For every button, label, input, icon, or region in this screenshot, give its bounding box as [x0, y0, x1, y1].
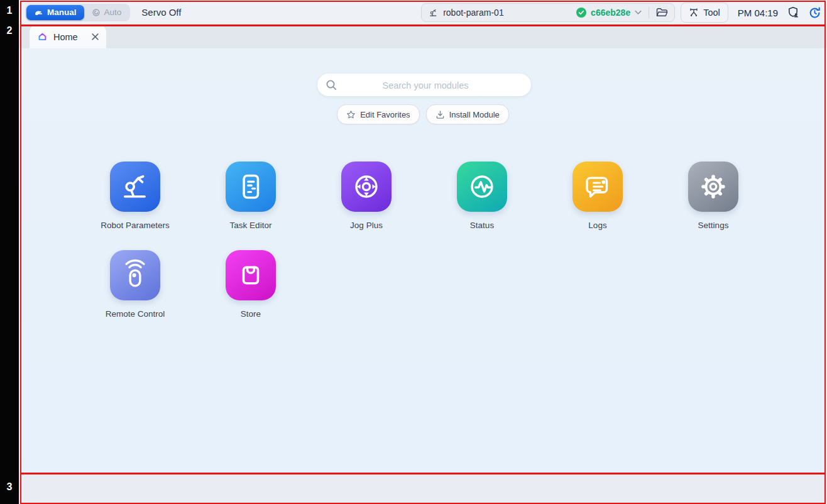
task-document-icon: [233, 168, 269, 205]
tool-label: Tool: [703, 8, 720, 18]
auto-mode-button[interactable]: Auto: [84, 5, 129, 20]
param-file-name: robot-param-01: [443, 8, 504, 18]
module-label: Logs: [588, 221, 606, 230]
module-logs[interactable]: Logs: [547, 162, 648, 230]
divider: [649, 7, 649, 18]
som-mark-1: 1: [0, 5, 19, 16]
logs-tile[interactable]: [572, 162, 623, 212]
edit-favorites-label: Edit Favorites: [360, 110, 410, 119]
robot-arm-icon: [117, 168, 153, 205]
module-search[interactable]: [317, 74, 531, 96]
shield-user-button[interactable]: [786, 5, 801, 20]
module-settings[interactable]: Settings: [663, 162, 764, 230]
param-hash: c66eb28e: [591, 8, 630, 18]
module-label: Jog Plus: [350, 221, 383, 230]
module-label: Robot Parameters: [101, 221, 170, 230]
check-circle-icon: [576, 8, 586, 18]
tool-flange-icon: [689, 8, 699, 18]
hand-manual-icon: [34, 8, 43, 16]
chevron-down-icon[interactable]: [635, 10, 642, 15]
som-mark-3: 3: [0, 481, 19, 493]
module-status[interactable]: Status: [432, 162, 532, 230]
restore-backup-button[interactable]: [807, 5, 822, 20]
remote-icon: [117, 257, 153, 293]
module-remote-control[interactable]: Remote Control: [85, 250, 185, 319]
tab-home[interactable]: Home: [30, 25, 106, 48]
shopping-bag-icon: [233, 257, 269, 293]
module-label: Task Editor: [230, 221, 272, 230]
tool-selector-button[interactable]: Tool: [681, 3, 728, 23]
tab-bar: Home: [19, 25, 827, 48]
screen: 1 2 3 Manual Auto: [0, 0, 827, 504]
robot-param-selector[interactable]: robot-param-01 c66eb28e: [421, 3, 675, 22]
auto-mode-label: Auto: [104, 8, 122, 17]
robot-arm-icon: [428, 8, 439, 18]
status-tile[interactable]: [457, 162, 507, 212]
search-input[interactable]: [317, 74, 534, 97]
remote-control-tile[interactable]: [110, 250, 160, 300]
home-screen: Edit Favorites Install Module Robot Para…: [19, 48, 827, 473]
top-status-bar: Manual Auto Servo Off robot-param-01: [19, 0, 827, 25]
module-robot-parameters[interactable]: Robot Parameters: [85, 162, 185, 230]
restore-blue-icon: [808, 6, 821, 19]
download-icon: [435, 110, 445, 119]
action-buttons-row: Edit Favorites Install Module: [19, 104, 827, 124]
tab-home-label: Home: [53, 32, 86, 42]
auto-icon: [92, 8, 101, 17]
module-label: Remote Control: [106, 309, 165, 319]
top-bar-right: robot-param-01 c66eb28e: [421, 3, 822, 22]
module-label: Status: [470, 221, 494, 230]
close-icon[interactable]: [92, 33, 99, 40]
star-icon: [346, 110, 356, 119]
edit-favorites-button[interactable]: Edit Favorites: [337, 104, 419, 124]
home-gradient-icon: [37, 31, 48, 42]
folder-open-icon[interactable]: [656, 8, 668, 18]
som-mark-2: 2: [0, 25, 19, 36]
gear-icon: [695, 168, 731, 205]
module-label: Settings: [698, 221, 729, 230]
install-module-label: Install Module: [449, 110, 500, 119]
clock-text: PM 04:19: [738, 8, 778, 18]
app-window: Manual Auto Servo Off robot-param-01: [19, 0, 827, 504]
jog-plus-tile[interactable]: [341, 162, 392, 212]
install-module-button[interactable]: Install Module: [426, 104, 509, 124]
module-store[interactable]: Store: [200, 250, 301, 319]
pulse-circle-icon: [464, 168, 500, 205]
robot-parameters-tile[interactable]: [110, 162, 160, 212]
manual-mode-label: Manual: [47, 8, 77, 17]
store-tile[interactable]: [226, 250, 276, 300]
shield-user-icon: [787, 6, 800, 19]
module-task-editor[interactable]: Task Editor: [200, 162, 301, 230]
task-editor-tile[interactable]: [226, 162, 276, 212]
mode-segmented-control: Manual Auto: [25, 4, 130, 21]
settings-tile[interactable]: [688, 162, 738, 212]
module-jog-plus[interactable]: Jog Plus: [316, 162, 417, 230]
manual-mode-button[interactable]: Manual: [26, 5, 84, 20]
chat-log-icon: [579, 168, 616, 205]
servo-status-text: Servo Off: [141, 7, 181, 18]
bottom-control-bar: Servo Off: [19, 473, 827, 504]
jog-dpad-icon: [348, 168, 385, 205]
module-label: Store: [241, 309, 261, 319]
